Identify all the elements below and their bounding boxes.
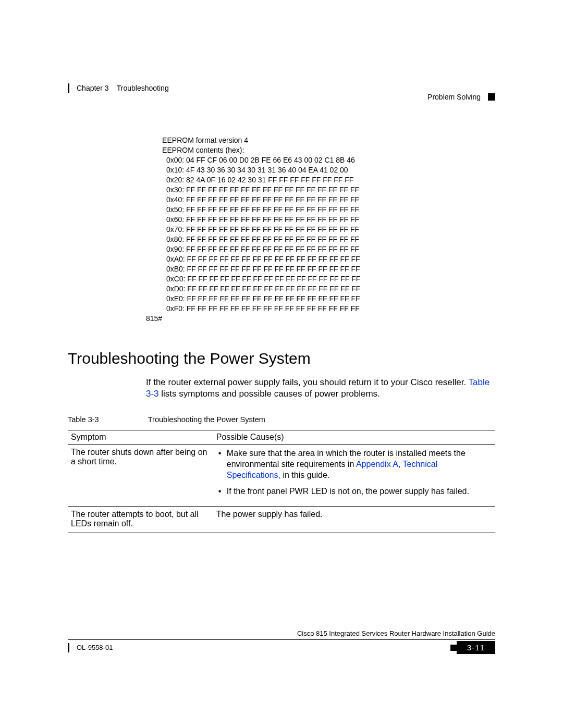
header-right: Problem Solving bbox=[427, 93, 495, 101]
section-paragraph: If the router external power supply fail… bbox=[146, 377, 495, 400]
cause-text: If the front panel PWR LED is not on, th… bbox=[227, 487, 469, 496]
section-heading: Troubleshooting the Power System bbox=[68, 350, 495, 367]
header-left: Chapter 3 Troubleshooting bbox=[68, 83, 169, 93]
symptom-cell: The router attempts to boot, but all LED… bbox=[68, 507, 213, 533]
footer-guide-title: Cisco 815 Integrated Services Router Har… bbox=[68, 630, 495, 639]
table-row: The router shuts down after being on a s… bbox=[68, 445, 495, 507]
table-caption-title: Troubleshooting the Power System bbox=[148, 415, 265, 424]
col-header-symptom: Symptom bbox=[68, 430, 213, 445]
cause-cell: The power supply has failed. bbox=[213, 507, 495, 533]
table-caption: Table 3-3 Troubleshooting the Power Syst… bbox=[68, 415, 495, 424]
table-row: The router attempts to boot, but all LED… bbox=[68, 507, 495, 533]
col-header-cause: Possible Cause(s) bbox=[213, 430, 495, 445]
cause-bullet: If the front panel PWR LED is not on, th… bbox=[216, 486, 492, 497]
symptom-cell: The router shuts down after being on a s… bbox=[68, 445, 213, 507]
cause-text-post: in this guide. bbox=[280, 471, 329, 479]
cause-bullet: Make sure that the area in which the rou… bbox=[216, 448, 492, 480]
page-number: 3-11 bbox=[457, 641, 495, 654]
footer-marker-icon bbox=[450, 645, 457, 651]
para-prefix: If the router external power supply fail… bbox=[146, 377, 469, 387]
section-label: Problem Solving bbox=[427, 93, 481, 101]
eeprom-dump: EEPROM format version 4 EEPROM contents … bbox=[146, 135, 495, 324]
page-header: Chapter 3 Troubleshooting Problem Solvin… bbox=[68, 83, 495, 104]
header-marker-icon bbox=[488, 93, 495, 101]
chapter-title: Troubleshooting bbox=[117, 84, 169, 92]
cause-cell: Make sure that the area in which the rou… bbox=[213, 445, 495, 507]
chapter-label: Chapter 3 bbox=[77, 84, 108, 92]
page-footer: Cisco 815 Integrated Services Router Har… bbox=[68, 630, 495, 654]
footer-doc-id: OL-9558-01 bbox=[68, 643, 113, 652]
table-caption-label: Table 3-3 bbox=[68, 415, 146, 424]
troubleshooting-table: Symptom Possible Cause(s) The router shu… bbox=[68, 430, 495, 533]
para-suffix: lists symptoms and possible causes of po… bbox=[159, 389, 380, 399]
